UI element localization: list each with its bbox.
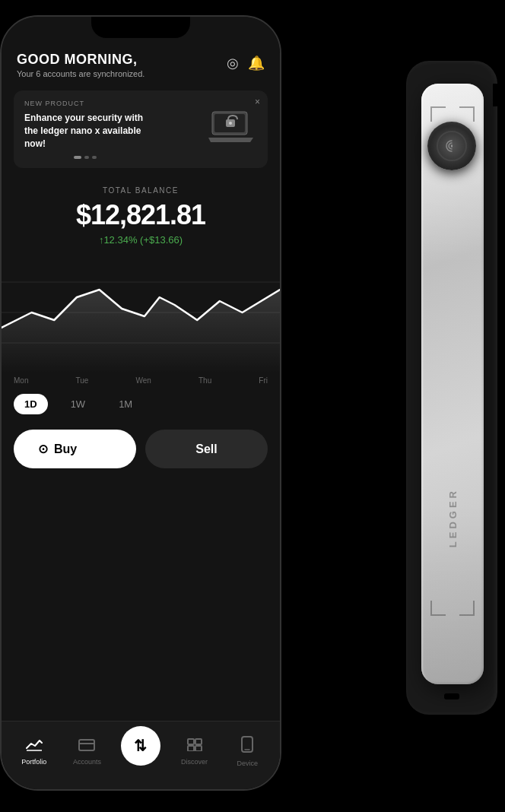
device-button-inner <box>437 131 467 161</box>
svg-rect-14 <box>195 746 202 751</box>
balance-amount: $12,821.81 <box>17 199 265 231</box>
dot-2 <box>84 156 89 159</box>
banner-label: NEW PRODUCT <box>24 100 146 107</box>
bracket-bottom-left <box>430 601 446 616</box>
device-body: LEDGER <box>269 61 497 745</box>
ledger-brand-text: LEDGER <box>447 488 459 547</box>
header-left: GOOD MORNING, Your 6 accounts are synchr… <box>17 52 145 78</box>
portfolio-icon <box>26 737 43 755</box>
device-fingerprint-button[interactable] <box>427 122 476 170</box>
svg-rect-9 <box>79 740 94 750</box>
discover-icon <box>186 737 203 755</box>
banner-content: NEW PRODUCT Enhance your security with t… <box>24 100 146 159</box>
transfer-button[interactable]: ⇅ <box>121 726 160 766</box>
phone-notch <box>91 17 190 38</box>
buy-button[interactable]: ⊙ Buy <box>14 430 136 468</box>
header-icons: ◎ 🔔 <box>227 55 265 71</box>
buy-label: Buy <box>54 442 77 456</box>
globe-icon[interactable]: ◎ <box>227 55 239 71</box>
svg-marker-7 <box>2 290 280 373</box>
accounts-icon <box>78 737 95 755</box>
action-buttons: ⊙ Buy Sell <box>2 420 280 477</box>
period-1m-button[interactable]: 1M <box>108 394 143 414</box>
balance-label: TOTAL BALANCE <box>17 186 265 195</box>
time-labels: Mon Tue Wen Thu Fri <box>2 373 280 388</box>
balance-section: TOTAL BALANCE $12,821.81 ↑12.34% (+$13.6… <box>2 174 280 252</box>
nav-accounts[interactable]: Accounts <box>68 737 106 766</box>
sell-button[interactable]: Sell <box>145 430 268 468</box>
period-1d-button[interactable]: 1D <box>14 394 48 414</box>
screen-content: GOOD MORNING, Your 6 accounts are synchr… <box>2 40 280 789</box>
period-selector: 1D 1W 1M <box>2 388 280 420</box>
device-side-hole <box>493 84 499 106</box>
chart-svg <box>2 252 280 373</box>
discover-label: Discover <box>181 758 208 766</box>
promo-banner: NEW PRODUCT Enhance your security with t… <box>14 90 268 168</box>
banner-close-button[interactable]: × <box>255 97 260 107</box>
svg-rect-12 <box>195 739 202 744</box>
ledger-device: LEDGER <box>269 61 497 745</box>
accounts-label: Accounts <box>73 758 101 766</box>
greeting-text: GOOD MORNING, <box>17 52 145 68</box>
nav-device[interactable]: Device <box>228 736 266 767</box>
device-label: Device <box>237 760 258 767</box>
bracket-bottom-right <box>459 601 475 616</box>
balance-change: ↑12.34% (+$13.66) <box>17 234 265 246</box>
time-label-wen: Wen <box>136 376 151 385</box>
time-label-fri: Fri <box>259 376 268 385</box>
time-label-thu: Thu <box>199 376 211 385</box>
banner-text: Enhance your security with the ledger na… <box>24 112 146 150</box>
banner-dots <box>24 156 146 159</box>
time-label-tue: Tue <box>76 376 89 385</box>
sync-status: Your 6 accounts are synchronized. <box>17 69 145 78</box>
nav-discover[interactable]: Discover <box>176 737 214 766</box>
svg-rect-11 <box>188 739 194 744</box>
portfolio-label: Portfolio <box>21 758 46 766</box>
phone-screen: GOOD MORNING, Your 6 accounts are synchr… <box>2 17 280 789</box>
bracket-top-left <box>430 106 446 122</box>
dot-1 <box>74 156 81 159</box>
phone: GOOD MORNING, Your 6 accounts are synchr… <box>0 15 281 791</box>
chart-area <box>2 252 280 373</box>
device-front-panel: LEDGER <box>421 84 484 684</box>
time-label-mon: Mon <box>14 376 28 385</box>
svg-rect-13 <box>188 746 194 751</box>
bell-icon[interactable]: 🔔 <box>248 55 265 71</box>
banner-image <box>204 106 257 152</box>
nav-portfolio[interactable]: Portfolio <box>15 737 53 766</box>
dot-3 <box>92 156 97 159</box>
device-usb-port <box>444 693 459 699</box>
transfer-icon: ⇅ <box>134 737 147 755</box>
nav-transfer-center[interactable]: ⇅ <box>121 726 160 778</box>
buy-icon: ⊙ <box>38 442 48 456</box>
header: GOOD MORNING, Your 6 accounts are synchr… <box>2 40 280 84</box>
svg-point-3 <box>229 122 232 125</box>
bracket-top-right <box>459 106 475 122</box>
bottom-nav: Portfolio Accounts ⇅ <box>2 721 280 789</box>
device-icon <box>240 736 254 756</box>
period-1w-button[interactable]: 1W <box>60 394 97 414</box>
scene: GOOD MORNING, Your 6 accounts are synchr… <box>0 0 505 812</box>
